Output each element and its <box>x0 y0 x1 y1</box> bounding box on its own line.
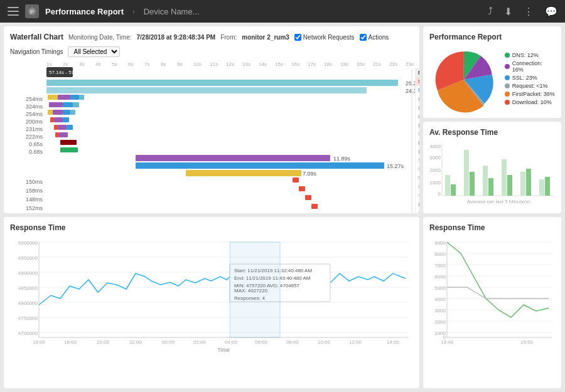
pie-connection-label: Connection: 16% <box>512 60 555 73</box>
pie-legend: DNS: 12% Connection: 16% SSL: 23% Reques… <box>505 52 555 107</box>
svg-rect-50 <box>54 125 58 130</box>
svg-text:7s: 7s <box>144 61 149 67</box>
svg-text:13s: 13s <box>242 61 250 67</box>
svg-text:3000: 3000 <box>429 155 441 161</box>
url-row-11: SCRIPT o/2x/googlelogo_color_272x92do.pn… <box>416 183 419 191</box>
svg-text:2s: 2s <box>63 61 68 67</box>
svg-rect-35 <box>79 95 84 100</box>
navigate-row: Navigate to 'http://google.com/'374.52KB <box>416 86 419 95</box>
svg-rect-92 <box>520 172 525 196</box>
svg-text:10s: 10s <box>193 61 202 67</box>
svg-rect-29 <box>46 87 367 93</box>
svg-text:254ms: 254ms <box>26 111 43 117</box>
perf-report-panel: Performance Report <box>423 26 561 118</box>
pie-legend-connection: Connection: 16% <box>505 60 555 73</box>
svg-text:200ms: 200ms <box>26 119 43 125</box>
svg-rect-51 <box>58 125 67 130</box>
svg-text:0.68s: 0.68s <box>29 149 43 155</box>
svg-text:2000: 2000 <box>429 167 441 173</box>
svg-rect-60 <box>136 155 330 161</box>
monitoring-value: 7/28/2018 at 9:28:48:34 PM <box>137 34 216 41</box>
svg-rect-71 <box>305 195 311 200</box>
more-icon[interactable]: ⋮ <box>524 6 534 18</box>
svg-text:4950000: 4950000 <box>18 255 38 261</box>
svg-rect-87 <box>470 172 475 196</box>
share-icon[interactable]: ⤴ <box>488 6 493 17</box>
svg-text:4900000: 4900000 <box>18 270 38 276</box>
avg-response-chart: 4000 3000 2000 1000 0 <box>429 140 555 203</box>
all-selected-dropdown[interactable]: All Selected <box>68 46 120 57</box>
svg-rect-37 <box>49 102 63 107</box>
pie-legend-ssl: SSL: 23% <box>505 75 555 81</box>
svg-text:4700000: 4700000 <box>18 331 38 336</box>
url-col-header: Monitoring URL <box>418 70 419 76</box>
svg-text:11.89s: 11.89s <box>333 156 351 162</box>
svg-text:04:00: 04:00 <box>225 339 238 345</box>
svg-rect-55 <box>59 132 68 137</box>
svg-text:152ms: 152ms <box>26 205 43 211</box>
pie-dns-label: DNS: 12% <box>512 52 539 58</box>
svg-text:9000: 9000 <box>434 240 446 246</box>
step-row: Step 1: Google - https://www.google.com.… <box>416 77 419 86</box>
url-row-2: HTML http://www.google.com/ 231B ✓ <box>416 103 419 112</box>
svg-text:06:00: 06:00 <box>255 339 268 345</box>
from-value: monitor 2_rum3 <box>242 34 289 41</box>
pie-legend-firstpacket: FirstPacket: 36% <box>505 91 555 97</box>
svg-text:17s: 17s <box>308 61 316 67</box>
url-row-8: SCRIPT 2047w&t=wsr.1973.aft.1381.pr1.396… <box>416 156 419 165</box>
svg-rect-46 <box>50 117 54 122</box>
response-time-right-panel: Response Time 9000 8000 7000 6000 5000 4… <box>423 217 561 388</box>
svg-text:6000: 6000 <box>434 274 446 280</box>
svg-text:02:00: 02:00 <box>193 339 207 345</box>
svg-rect-33 <box>58 95 70 100</box>
svg-text:12:00: 12:00 <box>349 339 362 345</box>
svg-rect-32 <box>48 95 58 100</box>
svg-rect-34 <box>70 95 79 100</box>
svg-text:18:00: 18:00 <box>64 339 77 345</box>
svg-text:Time: Time <box>217 347 230 352</box>
svg-text:231ms: 231ms <box>26 126 43 132</box>
url-row-7: IMG dMysb/WxooU-fx.Jeg/cb=gapi.loaded_0 … <box>416 147 419 156</box>
svg-rect-52 <box>67 125 73 130</box>
svg-text:254ms: 254ms <box>26 96 43 102</box>
svg-rect-93 <box>526 169 531 196</box>
svg-rect-42 <box>53 110 63 115</box>
pie-firstpacket-label: FirstPacket: 36% <box>512 91 555 97</box>
actions-checkbox[interactable]: Actions <box>360 34 389 41</box>
network-requests-checkbox[interactable]: Network Requests <box>294 34 355 41</box>
svg-text:12s: 12s <box>226 61 234 67</box>
svg-text:15.27s: 15.27s <box>387 163 404 169</box>
svg-text:2000: 2000 <box>434 319 446 325</box>
svg-rect-41 <box>48 110 53 115</box>
menu-icon[interactable] <box>8 7 19 16</box>
svg-text:4000: 4000 <box>434 297 446 302</box>
chat-icon[interactable]: 💬 <box>545 6 557 18</box>
topbar: P Performance Report › Device Name... ⤴ … <box>0 0 565 23</box>
svg-text:Average per last 5 Minute(s): Average per last 5 Minute(s) <box>467 199 530 203</box>
pie-legend-request: Request: <1% <box>505 83 555 89</box>
url-table: Monitoring URL Size Step 1: Google - htt… <box>415 68 419 213</box>
response-time-right-chart: 9000 8000 7000 6000 5000 4000 3000 2000 … <box>429 236 555 346</box>
response-time-left-chart: 5000000 4950000 4900000 4850000 4800000 … <box>10 236 412 352</box>
url-row-9: SCRIPT o/2x/googlelogo_color_272x92dp.pn… <box>416 165 419 174</box>
pie-ssl-label: SSL: 23% <box>512 75 537 81</box>
svg-text:22:00: 22:00 <box>129 339 143 345</box>
url-row-6: IMG o/2x/googlelogo_color_120x44do.png 4… <box>416 139 419 147</box>
url-row-10: SCRIPT 2047_w&t=wsr.1973.aft.1381.pr1.39… <box>416 174 419 183</box>
avg-response-panel: Av. Response Time 4000 3000 2000 1000 0 <box>423 122 561 213</box>
avg-response-title: Av. Response Time <box>429 128 555 137</box>
svg-text:16s: 16s <box>291 61 299 67</box>
network-requests-label: Network Requests <box>303 34 355 41</box>
app-logo: P <box>25 4 39 18</box>
svg-text:16:00: 16:00 <box>33 339 46 345</box>
download-icon[interactable]: ⬇ <box>504 6 512 18</box>
pie-chart <box>429 45 498 114</box>
svg-text:3s: 3s <box>79 61 84 67</box>
svg-rect-89 <box>488 178 493 196</box>
nav-timings-label: Navigation Timings <box>10 48 63 55</box>
svg-rect-62 <box>136 162 384 169</box>
svg-text:13:40: 13:40 <box>441 339 454 345</box>
monitoring-label: Monitoring Date, Time: <box>68 34 132 41</box>
svg-rect-57 <box>60 140 77 145</box>
svg-text:7000: 7000 <box>434 263 446 268</box>
